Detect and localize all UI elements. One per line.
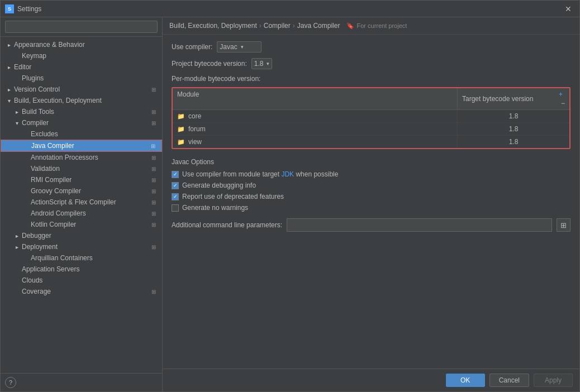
sidebar-item-label: Annotation Processors [31, 154, 150, 161]
module-name: core [188, 112, 201, 120]
sidebar-item-label: Plugins [22, 74, 158, 82]
app-icon: S [5, 4, 14, 13]
copy-icon: ⊞ [149, 142, 157, 150]
sidebar-item-excludes[interactable]: Excludes [1, 128, 162, 140]
sidebar-item-label: Arquillian Containers [31, 254, 158, 262]
sidebar-item-android-compilers[interactable]: Android Compilers ⊞ [1, 208, 162, 219]
generate-debug-label: Generate debugging info [182, 181, 256, 189]
copy-icon: ⊞ [150, 176, 158, 184]
apply-button[interactable]: Apply [534, 374, 573, 387]
sidebar-item-annotation-processors[interactable]: Annotation Processors ⊞ [1, 152, 162, 163]
sidebar-item-coverage[interactable]: Coverage ⊞ [1, 286, 162, 297]
sidebar-item-kotlin-compiler[interactable]: Kotlin Compiler ⊞ [1, 219, 162, 230]
expand-icon [13, 288, 21, 295]
copy-icon: ⊞ [150, 198, 158, 206]
expand-icon [22, 221, 30, 228]
folder-icon: 📁 [177, 126, 185, 133]
generate-debug-checkbox[interactable] [172, 182, 179, 189]
generate-no-warnings-label: Generate no warnings [182, 204, 248, 212]
module-version: 1.8 [509, 112, 519, 120]
sidebar-item-keymap[interactable]: Keymap [1, 50, 162, 61]
sidebar-item-label: ActionScript & Flex Compiler [31, 198, 150, 206]
use-compiler-label: Use compiler: [172, 43, 212, 51]
expand-icon [22, 165, 30, 173]
sidebar-item-compiler[interactable]: Compiler ⊞ [1, 117, 162, 128]
module-version: 1.8 [509, 138, 519, 146]
sidebar-item-groovy-compiler[interactable]: Groovy Compiler ⊞ [1, 185, 162, 197]
copy-icon: ⊞ [150, 209, 158, 217]
copy-icon: ⊞ [150, 85, 158, 93]
remove-module-button[interactable]: − [561, 99, 565, 107]
generate-no-warnings-checkbox[interactable] [172, 204, 179, 212]
table-row: 📁 forum 1.8 [173, 123, 569, 136]
sidebar-item-java-compiler[interactable]: Java Compiler ⊞ [1, 140, 162, 152]
bytecode-value: 1.8 [254, 60, 264, 68]
use-compiler-checkbox[interactable] [172, 171, 179, 178]
expand-icon [13, 119, 21, 127]
expand-icon [5, 41, 13, 49]
copy-icon: ⊞ [150, 221, 158, 228]
sidebar-item-plugins[interactable]: Plugins [1, 73, 162, 84]
sidebar-item-build-execution[interactable]: Build, Execution, Deployment [1, 95, 162, 106]
chevron-down-icon: ▾ [267, 61, 269, 66]
sidebar-item-debugger[interactable]: Debugger [1, 230, 162, 241]
help-button[interactable]: ? [5, 377, 16, 388]
report-deprecated-label: Report use of deprecated features [182, 193, 284, 200]
expand-icon [22, 130, 30, 138]
sidebar-item-build-tools[interactable]: Build Tools ⊞ [1, 106, 162, 117]
expand-icon [22, 176, 30, 184]
expand-icon [22, 254, 30, 262]
copy-icon: ⊞ [150, 119, 158, 127]
col-bytecode-label: Target bytecode version [462, 95, 533, 103]
settings-window: S Settings ✕ Appearance & Behavior Keyma… [0, 0, 580, 392]
search-input[interactable] [5, 21, 158, 33]
expand-icon [22, 209, 30, 217]
add-module-button[interactable]: + [559, 90, 565, 98]
javac-options-title: Javac Options [172, 158, 571, 166]
sidebar-item-clouds[interactable]: Clouds [1, 275, 162, 286]
sidebar-item-deployment[interactable]: Deployment ⊞ [1, 241, 162, 252]
sidebar-item-validation[interactable]: Validation ⊞ [1, 163, 162, 174]
sidebar-item-version-control[interactable]: Version Control ⊞ [1, 84, 162, 95]
sidebar-item-app-servers[interactable]: Application Servers [1, 264, 162, 275]
expand-icon [13, 265, 21, 273]
sidebar-tree: Appearance & Behavior Keymap Editor Plug… [1, 37, 162, 373]
table-row: 📁 view 1.8 [173, 136, 569, 148]
sidebar-item-label: Debugger [22, 232, 158, 240]
cmd-expand-button[interactable]: ⊞ [557, 218, 571, 232]
bottom-bar: OK Cancel Apply [163, 369, 579, 391]
table-body: 📁 core 1.8 📁 forum [173, 110, 569, 148]
sidebar-item-editor[interactable]: Editor [1, 61, 162, 73]
expand-icon [22, 142, 30, 150]
expand-icon [13, 108, 21, 116]
jdk-link[interactable]: JDK [281, 170, 294, 178]
chevron-down-icon: ▾ [241, 44, 244, 50]
table-row: 📁 core 1.8 [173, 110, 569, 123]
close-button[interactable]: ✕ [562, 3, 575, 15]
sidebar-item-label: Kotlin Compiler [31, 221, 150, 228]
report-deprecated-checkbox[interactable] [172, 193, 179, 200]
sidebar-item-appearance[interactable]: Appearance & Behavior [1, 39, 162, 50]
sidebar-item-rmi-compiler[interactable]: RMI Compiler ⊞ [1, 174, 162, 185]
cmd-label: Additional command line parameters: [172, 221, 282, 229]
for-current-project: 🔖 For current project [346, 22, 407, 30]
sidebar-item-label: Validation [31, 165, 150, 173]
col-bytecode: Target bytecode version + − [458, 88, 569, 109]
sidebar-item-arquillian[interactable]: Arquillian Containers [1, 252, 162, 264]
sidebar-item-actionscript-compiler[interactable]: ActionScript & Flex Compiler ⊞ [1, 197, 162, 208]
content-area: Appearance & Behavior Keymap Editor Plug… [1, 17, 579, 391]
cmd-row: Additional command line parameters: ⊞ [172, 218, 571, 232]
bytecode-select[interactable]: 1.8 ▾ [251, 58, 273, 69]
bytecode-version-row: Project bytecode version: 1.8 ▾ [172, 58, 571, 69]
expand-icon [22, 187, 30, 195]
ok-button[interactable]: OK [446, 374, 485, 387]
cancel-button[interactable]: Cancel [489, 374, 529, 387]
copy-icon: ⊞ [150, 187, 158, 195]
cmd-input[interactable] [287, 218, 552, 232]
folder-icon: 📁 [177, 113, 185, 120]
use-compiler-select[interactable]: Javac ▾ [217, 41, 262, 52]
expand-icon [22, 198, 30, 206]
expand-icon [5, 85, 13, 93]
module-name: forum [188, 125, 206, 133]
breadcrumb-part2: Compiler [264, 22, 291, 30]
